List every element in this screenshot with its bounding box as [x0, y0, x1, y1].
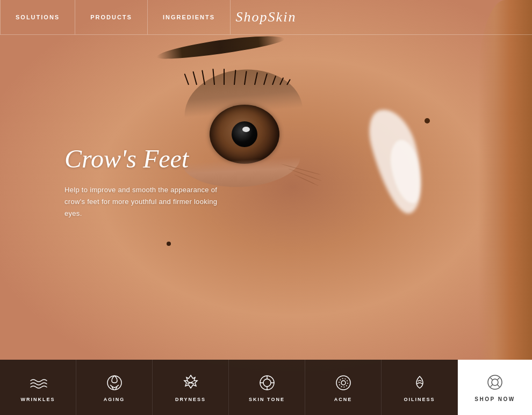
wrinkles-label: WRINKLES: [21, 397, 55, 402]
shop-icon: [485, 373, 505, 392]
oiliness-svg: [410, 373, 429, 392]
acne-svg: [334, 373, 353, 392]
bottom-item-aging[interactable]: AGING: [76, 360, 153, 415]
shop-now-label: SHOP NOW: [475, 396, 515, 402]
dryness-icon: [181, 373, 200, 392]
svg-point-13: [492, 379, 498, 385]
wrinkles-svg: [28, 373, 48, 392]
hero-section: SOLUTIONS PRODUCTS INGREDIENTS ShopSkin …: [0, 0, 532, 415]
skin-spot-1: [167, 242, 171, 246]
svg-point-11: [339, 378, 348, 387]
bottom-item-dryness[interactable]: DRYNESS: [153, 360, 229, 415]
site-logo[interactable]: ShopSkin: [236, 9, 297, 25]
aging-label: AGING: [104, 397, 125, 402]
aging-icon: [105, 373, 124, 392]
dryness-label: DRYNESS: [175, 397, 206, 402]
eye-highlight: [242, 127, 250, 132]
nav-ingredients[interactable]: INGREDIENTS: [148, 0, 231, 34]
bottom-item-oiliness[interactable]: OILINESS: [382, 360, 458, 415]
dryness-svg: [181, 373, 200, 392]
svg-point-10: [341, 381, 346, 385]
shop-svg: [485, 373, 505, 392]
bottom-item-skin-tone[interactable]: SKIN TONE: [229, 360, 305, 415]
hero-title: Crow's Feet: [64, 145, 236, 173]
bottom-item-wrinkles[interactable]: WRINKLES: [0, 360, 76, 415]
svg-point-9: [336, 376, 350, 390]
aging-svg: [105, 373, 124, 392]
nav-solutions[interactable]: SOLUTIONS: [0, 0, 75, 34]
acne-label: ACNE: [334, 397, 353, 402]
skin-tone-icon: [257, 373, 277, 392]
nav-products[interactable]: PRODUCTS: [75, 0, 148, 34]
bottom-item-acne[interactable]: ACNE: [305, 360, 382, 415]
oiliness-icon: [410, 373, 429, 392]
eye-pupil: [232, 121, 257, 147]
navigation: SOLUTIONS PRODUCTS INGREDIENTS ShopSkin: [0, 0, 532, 35]
finger: [478, 0, 532, 415]
skin-tone-svg: [257, 373, 277, 392]
svg-point-4: [263, 379, 271, 387]
shop-now-button[interactable]: SHOP NOW: [458, 360, 532, 415]
skin-spot-2: [425, 118, 430, 123]
skin-tone-label: SKIN TONE: [249, 397, 285, 402]
hero-description: Help to improve and smooth the appearanc…: [64, 184, 236, 220]
svg-point-12: [488, 375, 502, 389]
bottom-bar: WRINKLES AGING: [0, 360, 532, 415]
acne-icon: [334, 373, 353, 392]
hero-content: Crow's Feet Help to improve and smooth t…: [64, 145, 236, 220]
oiliness-label: OILINESS: [404, 397, 435, 402]
wrinkles-icon: [28, 373, 48, 392]
lashes: [183, 69, 301, 85]
nav-left: SOLUTIONS PRODUCTS INGREDIENTS: [0, 0, 231, 34]
